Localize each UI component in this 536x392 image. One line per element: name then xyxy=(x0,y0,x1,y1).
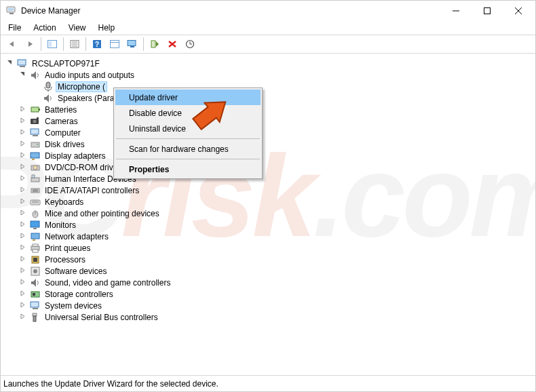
storage-icon xyxy=(30,289,41,300)
sound-icon xyxy=(30,277,41,288)
tree-monitors[interactable]: Monitors xyxy=(5,219,535,231)
disk-icon xyxy=(30,139,41,150)
svg-rect-35 xyxy=(32,159,35,160)
tree-mice[interactable]: Mice and other pointing devices xyxy=(5,208,535,219)
tree-computer[interactable]: Computer xyxy=(5,127,535,138)
scan-monitor-button[interactable] xyxy=(124,37,140,52)
expander-closed-icon[interactable] xyxy=(18,243,27,252)
tree-software-devices[interactable]: Software devices xyxy=(5,265,535,277)
hid-icon xyxy=(30,174,41,184)
cm-properties[interactable]: Properties xyxy=(115,161,261,177)
expander-closed-icon[interactable] xyxy=(18,197,27,206)
svg-rect-50 xyxy=(33,239,35,241)
svg-rect-63 xyxy=(33,316,36,321)
scan-hardware-button[interactable] xyxy=(182,37,198,52)
network-icon xyxy=(30,231,41,242)
tree-audio-outputs[interactable]: Audio inputs and outputs xyxy=(5,69,535,81)
expander-open-icon[interactable] xyxy=(18,70,27,79)
tree-dvd[interactable]: DVD/CD-ROM drives xyxy=(5,161,535,173)
node-label: Network adapters xyxy=(43,232,110,241)
tree-display-adapters[interactable]: Display adapters xyxy=(5,150,535,161)
tree-usb[interactable]: Universal Serial Bus controllers xyxy=(5,311,535,323)
svg-rect-62 xyxy=(33,313,37,316)
maximize-button[interactable] xyxy=(472,1,503,21)
expander-closed-icon[interactable] xyxy=(18,104,27,114)
cm-disable-device[interactable]: Disable device xyxy=(115,105,261,121)
svg-rect-8 xyxy=(49,41,52,47)
expander-closed-icon[interactable] xyxy=(18,174,27,183)
expander-closed-icon[interactable] xyxy=(18,208,27,218)
tree-root[interactable]: RCSLAPTOP971F xyxy=(5,58,535,69)
tree-system-devices[interactable]: System devices xyxy=(5,300,535,311)
tree-ide[interactable]: IDE ATA/ATAPI controllers xyxy=(5,184,535,196)
forward-button[interactable] xyxy=(22,37,38,52)
svg-rect-4 xyxy=(484,8,491,14)
expander-closed-icon[interactable] xyxy=(18,312,27,321)
node-label: IDE ATA/ATAPI controllers xyxy=(43,186,140,195)
tree-microphone[interactable]: Microphone ( xyxy=(5,81,535,92)
node-label-selected: Microphone ( xyxy=(56,82,107,92)
context-menu: Update driver Disable device Uninstall d… xyxy=(113,87,263,179)
tree-batteries[interactable]: Batteries xyxy=(5,104,535,115)
tree-keyboards[interactable]: Keyboards xyxy=(5,196,535,208)
monitor-icon xyxy=(30,220,41,231)
cm-uninstall-device[interactable]: Uninstall device xyxy=(115,121,261,136)
tree-cameras[interactable]: Cameras xyxy=(5,115,535,127)
detail-view-button[interactable] xyxy=(107,37,123,52)
status-text: Launches the Update Driver Wizard for th… xyxy=(3,379,218,389)
tree-sound[interactable]: Sound, video and game controllers xyxy=(5,277,535,288)
uninstall-button[interactable] xyxy=(164,37,180,52)
expander-closed-icon[interactable] xyxy=(18,220,27,229)
menu-file[interactable]: File xyxy=(2,22,27,34)
toolbar-divider xyxy=(41,37,41,51)
node-label: Keyboards xyxy=(43,197,85,207)
device-tree[interactable]: RCSLAPTOP971F Audio inputs and outputs M… xyxy=(1,55,535,323)
svg-rect-53 xyxy=(33,250,38,252)
node-label: Monitors xyxy=(43,220,77,230)
tree-disk-drives[interactable]: Disk drives xyxy=(5,138,535,150)
expander-closed-icon[interactable] xyxy=(18,162,27,172)
cm-separator xyxy=(116,159,260,159)
tree-speakers[interactable]: Speakers (Para xyxy=(5,92,535,104)
expander-closed-icon[interactable] xyxy=(18,277,27,287)
minimize-button[interactable] xyxy=(440,1,472,21)
expander-closed-icon[interactable] xyxy=(18,300,27,310)
microphone-icon xyxy=(43,81,54,92)
tree-network[interactable]: Network adapters xyxy=(5,231,535,242)
expander-closed-icon[interactable] xyxy=(18,254,27,264)
expander-closed-icon[interactable] xyxy=(18,185,27,195)
menubar: File Action View Help xyxy=(1,21,535,35)
titlebar: Device Manager xyxy=(1,1,535,21)
expander-closed-icon[interactable] xyxy=(18,151,27,160)
node-label: RCSLAPTOP971F xyxy=(31,59,101,68)
show-hide-tree-button[interactable] xyxy=(44,37,60,52)
expander-open-icon[interactable] xyxy=(5,58,14,68)
mouse-icon xyxy=(30,208,41,219)
menu-help[interactable]: Help xyxy=(92,22,121,34)
expander-closed-icon[interactable] xyxy=(18,116,27,125)
node-label: Batteries xyxy=(43,105,78,115)
cm-update-driver[interactable]: Update driver xyxy=(115,90,261,105)
keyboard-icon xyxy=(30,197,41,208)
menu-view[interactable]: View xyxy=(62,22,92,34)
expander-closed-icon[interactable] xyxy=(18,231,27,241)
expander-closed-icon[interactable] xyxy=(18,128,27,137)
back-button[interactable] xyxy=(4,37,20,52)
display-adapter-icon xyxy=(30,151,41,161)
update-driver-button[interactable] xyxy=(147,37,163,52)
properties-button[interactable] xyxy=(66,37,83,52)
tree-print-queues[interactable]: Print queues xyxy=(5,242,535,254)
expander-closed-icon[interactable] xyxy=(18,266,27,275)
close-button[interactable] xyxy=(503,1,534,21)
tree-hid[interactable]: Human Interface Devices xyxy=(5,173,535,184)
cm-scan[interactable]: Scan for hardware changes xyxy=(115,141,261,157)
device-tree-area: RCSLAPTOP971F Audio inputs and outputs M… xyxy=(1,55,535,374)
tree-storage[interactable]: Storage controllers xyxy=(5,288,535,300)
tree-processors[interactable]: Processors xyxy=(5,254,535,265)
expander-closed-icon[interactable] xyxy=(18,139,27,149)
help-button[interactable]: ? xyxy=(89,37,105,52)
node-label: Print queues xyxy=(43,243,92,253)
expander-closed-icon[interactable] xyxy=(18,289,27,298)
menu-action[interactable]: Action xyxy=(27,22,62,34)
usb-icon xyxy=(30,312,41,323)
